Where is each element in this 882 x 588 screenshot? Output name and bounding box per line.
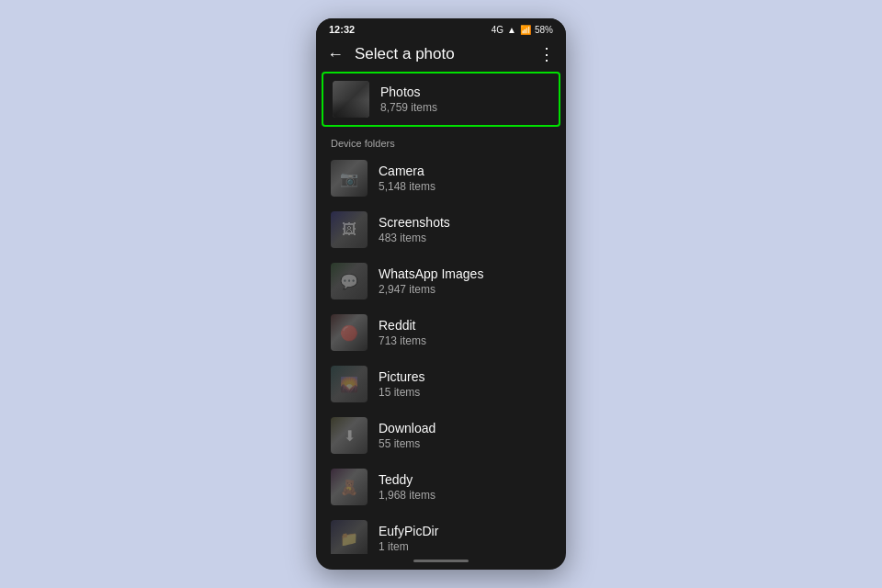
status-time: 12:32 [329, 24, 355, 35]
folder-item-download[interactable]: ⬇ Download 55 items [316, 410, 566, 461]
folder-count-camera: 5,148 items [379, 180, 435, 193]
folder-count-screenshots: 483 items [379, 232, 450, 244]
signal-icon: ▲ [507, 25, 516, 35]
bottom-bar [316, 554, 566, 570]
folder-info-whatsapp: WhatsApp Images 2,947 items [379, 266, 483, 296]
status-icons: 4G ▲ 📶 58% [492, 25, 553, 35]
status-bar: 12:32 4G ▲ 📶 58% [316, 18, 566, 39]
folder-list: 📷 Camera 5,148 items 🖼 Screenshots 483 i… [316, 153, 566, 554]
folder-item-screenshots[interactable]: 🖼 Screenshots 483 items [316, 204, 566, 255]
folder-count-whatsapp: 2,947 items [379, 283, 483, 296]
selected-folder-name: Photos [380, 85, 437, 99]
folder-info-teddy: Teddy 1,968 items [379, 472, 435, 502]
wifi-icon: 📶 [520, 25, 531, 35]
folder-item-teddy[interactable]: 🧸 Teddy 1,968 items [316, 461, 566, 513]
page-title: Select a photo [355, 45, 538, 63]
folder-name-download: Download [379, 421, 435, 435]
folder-thumb-eufy: 📁 [331, 520, 368, 554]
folder-item-camera[interactable]: 📷 Camera 5,148 items [316, 153, 566, 204]
folder-thumb-download: ⬇ [331, 417, 368, 454]
selected-folder-thumb [333, 81, 369, 118]
folder-item-eufy[interactable]: 📁 EufyPicDir 1 item [316, 513, 566, 554]
folder-info-pictures: Pictures 15 items [379, 369, 425, 399]
phone-container: 12:32 4G ▲ 📶 58% ← Select a photo ⋮ Phot… [316, 18, 566, 570]
more-menu-button[interactable]: ⋮ [538, 44, 555, 64]
folder-name-eufy: EufyPicDir [379, 524, 438, 538]
folder-info-download: Download 55 items [379, 421, 435, 450]
folder-name-teddy: Teddy [379, 472, 435, 487]
folder-info-eufy: EufyPicDir 1 item [379, 524, 438, 553]
folder-count-pictures: 15 items [379, 386, 425, 399]
selected-folder-info: Photos 8,759 items [380, 85, 437, 114]
folder-item-whatsapp[interactable]: 💬 WhatsApp Images 2,947 items [316, 255, 566, 307]
folder-info-screenshots: Screenshots 483 items [379, 215, 450, 244]
folder-thumb-teddy: 🧸 [331, 469, 368, 505]
folder-name-screenshots: Screenshots [379, 215, 450, 230]
folder-count-reddit: 713 items [379, 334, 426, 347]
selected-folder-item[interactable]: Photos 8,759 items [322, 72, 560, 127]
folder-count-teddy: 1,968 items [379, 489, 435, 502]
selected-folder-count: 8,759 items [380, 101, 437, 114]
folder-count-eufy: 1 item [379, 540, 438, 553]
folder-thumb-pictures: 🌄 [331, 366, 368, 402]
folder-name-camera: Camera [379, 164, 435, 178]
folder-info-camera: Camera 5,148 items [379, 164, 435, 193]
folder-info-reddit: Reddit 713 items [379, 318, 426, 347]
folder-count-download: 55 items [379, 437, 435, 450]
folder-thumb-screenshots: 🖼 [331, 211, 368, 248]
folder-thumb-camera: 📷 [331, 160, 368, 197]
folder-name-whatsapp: WhatsApp Images [379, 266, 483, 281]
battery-icon: 58% [535, 25, 553, 35]
folder-name-reddit: Reddit [379, 318, 426, 333]
folder-thumb-reddit: 🔴 [331, 314, 368, 351]
bottom-indicator [413, 560, 469, 562]
top-bar: ← Select a photo ⋮ [316, 39, 566, 72]
network-icon: 4G [492, 25, 503, 35]
folder-item-pictures[interactable]: 🌄 Pictures 15 items [316, 358, 566, 410]
back-button[interactable]: ← [327, 45, 344, 64]
folder-item-reddit[interactable]: 🔴 Reddit 713 items [316, 307, 566, 358]
device-folders-label: Device folders [316, 132, 566, 153]
folder-thumb-whatsapp: 💬 [331, 263, 368, 300]
folder-name-pictures: Pictures [379, 369, 425, 384]
